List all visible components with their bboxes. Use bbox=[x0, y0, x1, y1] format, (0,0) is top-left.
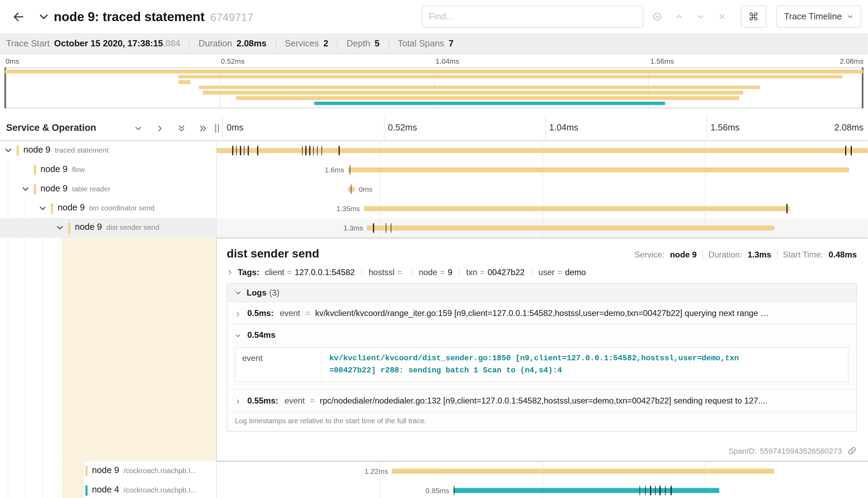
minimap-span-bar bbox=[236, 96, 739, 100]
span-duration-bar[interactable] bbox=[348, 167, 849, 172]
span-bar-track[interactable]: 1.3ms bbox=[216, 218, 868, 238]
span-rows-top: node 9traced statementnode 9flow1.6msnod… bbox=[0, 141, 868, 237]
span-duration-bar[interactable] bbox=[367, 226, 774, 230]
span-event-tick bbox=[665, 486, 666, 495]
span-event-tick bbox=[305, 146, 306, 155]
span-bar-track[interactable]: 0.85ms bbox=[216, 481, 868, 498]
find-input[interactable] bbox=[422, 6, 643, 28]
span-name-cell[interactable]: node 9txn coordinator send bbox=[0, 199, 216, 218]
tag-item: hostssl= bbox=[369, 268, 405, 277]
span-service-name: node 9 bbox=[41, 164, 68, 173]
service-color-chip bbox=[51, 203, 53, 214]
span-service-name: node 9 bbox=[23, 145, 50, 154]
indent-guide-line bbox=[25, 481, 26, 498]
span-service-name: node 9 bbox=[92, 465, 119, 475]
span-bar-track[interactable]: 1.22ms bbox=[216, 461, 868, 481]
span-event-tick bbox=[655, 486, 656, 495]
service-color-chip bbox=[85, 485, 87, 496]
log-entry-toggle[interactable]: 0.5ms: event = kv/kvclient/kvcoord/range… bbox=[227, 302, 856, 324]
selected-span-highlight-strip bbox=[62, 461, 84, 481]
span-duration-bar[interactable] bbox=[392, 469, 774, 473]
clear-find-x-icon[interactable] bbox=[717, 12, 726, 21]
logs-accordion-toggle[interactable]: Logs (3) bbox=[227, 283, 856, 302]
span-id-row: SpanID: 5597415943526560273 bbox=[227, 442, 857, 455]
services-label: Services bbox=[285, 38, 319, 48]
span-event-tick bbox=[302, 146, 302, 155]
indent-guide-line bbox=[25, 218, 26, 238]
span-event-tick bbox=[232, 146, 233, 155]
span-collapse-chevron-icon[interactable] bbox=[21, 185, 30, 193]
total-spans-value: 7 bbox=[449, 38, 453, 48]
span-id-label: SpanID: bbox=[728, 446, 756, 455]
timeline-ruler: 0ms 0.52ms 1.04ms 1.56ms 2.08ms bbox=[222, 116, 868, 140]
prev-match-chevron-up-icon[interactable] bbox=[674, 12, 684, 21]
tag-divider bbox=[361, 268, 362, 277]
span-collapse-chevron-icon[interactable] bbox=[56, 224, 65, 232]
summary-divider bbox=[189, 38, 190, 48]
span-bar-track[interactable] bbox=[216, 141, 868, 160]
span-duration-bar[interactable] bbox=[453, 488, 719, 493]
next-match-chevron-down-icon[interactable] bbox=[696, 12, 705, 21]
span-event-tick bbox=[454, 486, 454, 495]
span-event-tick bbox=[257, 146, 258, 155]
expand-all-double-chevron-right-icon[interactable] bbox=[199, 124, 207, 133]
tag-divider bbox=[459, 268, 460, 277]
span-bar-track[interactable]: 0ms bbox=[216, 180, 868, 199]
minimap-canvas[interactable] bbox=[5, 67, 863, 108]
span-name-cell[interactable]: node 9table reader bbox=[0, 180, 216, 199]
span-name-cell[interactable]: node 9dist sender send bbox=[0, 218, 216, 238]
span-name-cell[interactable]: node 9traced statement bbox=[0, 141, 216, 160]
log-entry-toggle[interactable]: 0.55ms: event = rpc/nodedialer/nodediale… bbox=[227, 389, 856, 411]
service-color-chip bbox=[17, 145, 19, 156]
meta-divider bbox=[702, 250, 703, 259]
span-duration-bar[interactable] bbox=[364, 206, 789, 211]
span-duration-bar[interactable] bbox=[217, 148, 868, 153]
logs-chevron-down-icon bbox=[235, 289, 241, 296]
tags-chevron-right-icon bbox=[227, 269, 233, 275]
app-header: node 9: traced statement 6749717 ⌘ bbox=[0, 0, 868, 33]
span-collapse-chevron-icon[interactable] bbox=[39, 205, 48, 212]
trace-collapse-chevron-icon[interactable] bbox=[38, 11, 49, 22]
service-meta-label: Service: bbox=[634, 250, 664, 259]
service-color-chip bbox=[34, 184, 36, 194]
minimap-left-drag-handle[interactable] bbox=[5, 67, 6, 108]
indent-guide-line bbox=[8, 160, 8, 180]
trace-view-dropdown[interactable]: Trace Timeline bbox=[776, 6, 861, 28]
collapse-one-chevron-down-icon[interactable] bbox=[134, 124, 142, 133]
minimap-span-bar bbox=[178, 75, 842, 79]
tags-accordion-toggle[interactable]: Tags: client=127.0.0.1:54582 hostssl= no… bbox=[227, 268, 857, 277]
back-button[interactable] bbox=[10, 8, 27, 25]
span-name-cell[interactable]: node 4/cockroach.roachpb.I... bbox=[0, 481, 216, 498]
match-circle-dot-icon[interactable] bbox=[652, 12, 662, 22]
log-entry-toggle[interactable]: 0.54ms bbox=[227, 324, 856, 344]
span-collapse-chevron-icon[interactable] bbox=[5, 146, 14, 154]
minimap-right-drag-handle[interactable] bbox=[862, 67, 863, 108]
service-color-chip bbox=[68, 223, 70, 233]
span-detail-section: dist sender send Service:node 9 Duration… bbox=[0, 238, 868, 462]
logs-count: (3) bbox=[269, 288, 279, 297]
span-name-cell[interactable]: node 9flow bbox=[0, 160, 216, 180]
log-chevron-right-icon bbox=[235, 398, 241, 405]
logs-label: Logs bbox=[247, 288, 266, 297]
span-bar-track[interactable]: 1.35ms bbox=[216, 199, 868, 218]
panel-resize-grip[interactable] bbox=[215, 124, 219, 133]
ruler-tick-label: 0.52ms bbox=[384, 123, 417, 133]
tag-divider bbox=[411, 268, 412, 277]
expand-one-chevron-right-icon[interactable] bbox=[156, 124, 164, 133]
indent-guide-line bbox=[25, 199, 26, 218]
span-name-cell[interactable]: node 9/cockroach.roachpb.I... bbox=[0, 461, 216, 481]
minimap-span-bar bbox=[5, 70, 863, 73]
span-event-tick bbox=[351, 184, 351, 194]
span-event-tick bbox=[339, 146, 339, 155]
span-event-tick bbox=[851, 146, 852, 155]
span-event-tick bbox=[321, 146, 322, 155]
keyboard-shortcuts-button[interactable]: ⌘ bbox=[741, 6, 767, 28]
tag-item: txn=00427b22 bbox=[466, 268, 525, 277]
collapse-all-double-chevron-down-icon[interactable] bbox=[177, 124, 186, 133]
trace-start-value: October 15 2020, 17:38:15 bbox=[54, 38, 163, 48]
span-bar-track[interactable]: 1.6ms bbox=[216, 160, 868, 180]
indent-guide-line bbox=[59, 481, 60, 498]
span-event-tick bbox=[650, 486, 651, 495]
deep-link-icon[interactable] bbox=[847, 446, 857, 455]
span-event-tick bbox=[787, 204, 787, 213]
